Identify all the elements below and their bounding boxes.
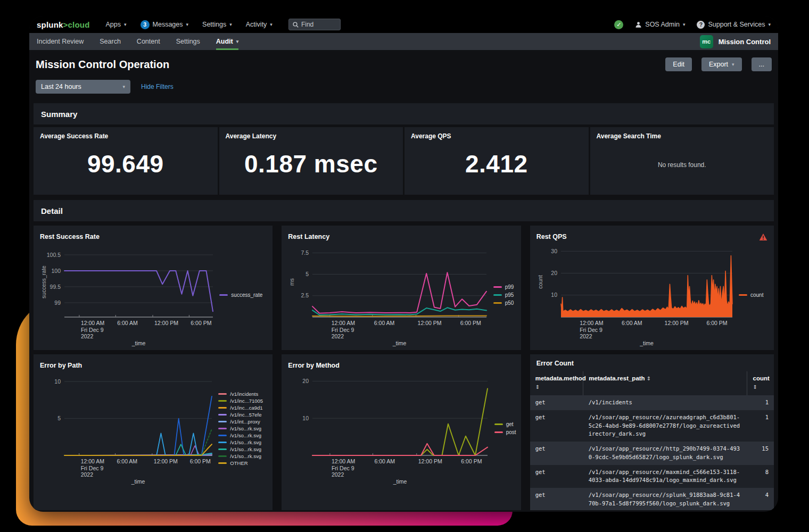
column-header-count[interactable]: count ⇕ [747,371,774,395]
table-row[interactable]: get/v1/soar/app_resource//http_290b7499-… [530,442,774,465]
export-button[interactable]: Export [701,57,742,71]
legend-item[interactable]: /v1/so...rk.svg [218,426,266,431]
time-range-dropdown[interactable]: Last 24 hours [36,80,130,94]
hide-filters-link[interactable]: Hide Filters [141,83,174,90]
search-icon [293,22,299,28]
support-menu[interactable]: Support & Services [697,21,771,29]
menu-activity-label: Activity [246,21,267,28]
table-row[interactable]: get/v1/incidents1 [530,395,774,410]
tab-audit[interactable]: Audit [216,33,238,50]
svg-text:7.5: 7.5 [301,250,309,256]
legend-item[interactable]: /v1/inc...ca9d1 [218,405,266,411]
svg-text:10: 10 [303,415,309,421]
cell-rest-path: /v1/soar/app_resource//azureadgraph_c6d3… [583,410,747,442]
table-row[interactable]: get/v1/soar/app_resource//azureadgraph_c… [530,410,774,442]
status-check-icon[interactable] [614,20,623,29]
svg-text:6:00 AM: 6:00 AM [117,458,138,464]
legend-label: post [506,429,516,435]
cell-method: get [530,395,583,410]
warning-icon[interactable] [759,233,767,241]
sort-icon[interactable]: ⇕ [753,384,757,390]
legend-item[interactable]: count [739,292,767,298]
page-title: Mission Control Operation [36,59,169,71]
summary-section-header: Summary [34,103,774,124]
legend-swatch [218,428,227,429]
cell-count: 4 [747,488,774,510]
detail-heading: Detail [41,206,63,215]
column-label: metadata.method [535,375,586,381]
legend-label: /v1/so...rk.svg [230,439,261,445]
legend-item[interactable]: /v1/so...rk.svg [218,446,266,452]
legend-item[interactable]: /v1/inc...71005 [218,398,266,404]
messages-count-badge: 3 [141,20,150,29]
svg-text:10: 10 [551,292,557,298]
svg-text:12:00 PM: 12:00 PM [154,320,178,326]
menu-messages[interactable]: 3 Messages [141,20,189,29]
avg-qps-card: Average QPS 2.412 [404,127,589,195]
legend-item[interactable]: /v1/incidents [218,391,266,397]
svg-text:12:00 AM: 12:00 AM [580,320,603,326]
user-icon [635,21,642,28]
menu-settings-label: Settings [202,21,226,28]
chart-legend: p99p95p50 [491,243,515,347]
tab-content[interactable]: Content [137,33,160,50]
svg-text:30: 30 [551,248,557,254]
cell-count: 15 [747,442,774,465]
legend-item[interactable]: /v1/so...rk.svg [218,453,266,459]
legend-item[interactable]: p99 [493,284,515,290]
legend-swatch [493,302,502,304]
user-menu[interactable]: SOS Admin [635,21,685,28]
svg-text:success_rate: success_rate [40,265,47,298]
svg-text:12:00 AM: 12:00 AM [332,458,355,464]
svg-text:2022: 2022 [81,333,94,339]
chevron-down-icon [229,22,232,27]
legend-swatch [218,448,227,450]
sort-icon[interactable]: ⇕ [647,376,651,381]
find-search-input[interactable]: Find [288,19,341,30]
more-button[interactable]: ... [752,57,772,71]
edit-button[interactable]: Edit [665,57,692,71]
column-label: count [753,375,769,381]
svg-text:Fri Dec 9: Fri Dec 9 [332,327,354,333]
chevron-down-icon [124,22,127,27]
rest-qps-panel: Rest QPS 102030count12:00 AMFri Dec 9202… [530,226,774,350]
legend-label: p99 [505,284,514,290]
legend-swatch [218,455,227,457]
legend-item[interactable]: /v1/inc...57efe [218,412,266,418]
legend-item[interactable]: /v1/int...proxy [218,419,266,425]
legend-item[interactable]: success_rate [219,292,266,298]
column-header-rest-path[interactable]: metadata.rest_path ⇕ [583,371,747,395]
sort-icon[interactable]: ⇕ [535,384,540,390]
legend-item[interactable]: /v1/so...rk.svg [218,433,266,438]
summary-heading: Summary [41,110,77,119]
legend-label: count [750,292,763,298]
svg-text:99.5: 99.5 [50,284,61,290]
table-row[interactable]: get/v1/soar/app_resource//maxmind_c566e1… [530,465,774,488]
legend-item[interactable]: post [494,429,515,435]
column-header-method[interactable]: metadata.method ⇕ [530,371,583,395]
tab-incident-review[interactable]: Incident Review [37,33,84,50]
tab-search[interactable]: Search [100,33,121,50]
chart-title: Rest Latency [288,233,329,240]
cell-method: get [530,488,583,510]
svg-text:6:00 AM: 6:00 AM [374,320,395,326]
legend-swatch [218,414,227,415]
splunk-cloud-logo[interactable]: splunk>cloud [37,20,90,29]
menu-apps[interactable]: Apps [106,21,127,28]
legend-item[interactable]: p50 [493,300,515,306]
svg-text:Fri Dec 9: Fri Dec 9 [81,327,104,333]
card-value: 99.649 [34,149,218,178]
legend-label: /v1/so...rk.svg [230,433,261,438]
legend-item[interactable]: /v1/so...rk.svg [218,439,266,445]
svg-text:_time: _time [131,340,146,346]
menu-activity[interactable]: Activity [246,21,273,28]
cell-rest-path: /v1/soar/app_resource//splunk_91883aa8-9… [583,488,747,510]
table-row[interactable]: get/v1/soar/app_resource//splunk_91883aa… [530,488,774,510]
menu-settings[interactable]: Settings [202,21,232,28]
tab-settings[interactable]: Settings [176,33,200,50]
legend-item[interactable]: OTHER [218,460,266,466]
avg-search-time-card: Average Search Time No results found. [590,127,774,195]
legend-item[interactable]: p95 [493,292,515,298]
more-label: ... [759,61,764,68]
legend-item[interactable]: get [494,421,515,427]
